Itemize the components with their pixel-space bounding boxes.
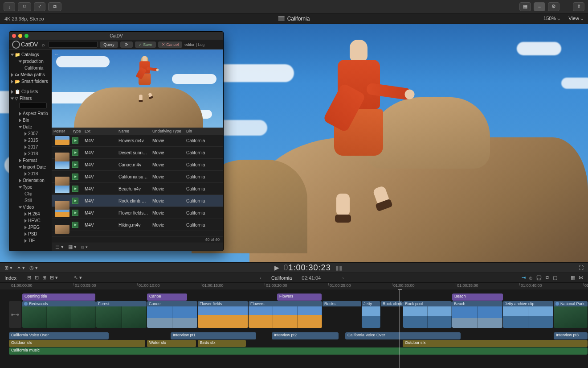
- video-clip[interactable]: Redwoods: [22, 301, 96, 328]
- search-icon[interactable]: ⌕: [40, 41, 46, 48]
- sidebar-type-clip[interactable]: Clip: [9, 190, 52, 197]
- audio-clip[interactable]: Outdoor sfx: [9, 340, 145, 347]
- sidebar-item-production[interactable]: production: [9, 58, 52, 65]
- sidebar-jpeg[interactable]: JPEG: [9, 224, 52, 231]
- pointer-tool[interactable]: ↖ ▾: [74, 275, 82, 281]
- sidebar-psd[interactable]: PSD: [9, 231, 52, 237]
- loop-button[interactable]: ▮▮: [335, 264, 343, 271]
- sidebar-filters[interactable]: ▽ Filters: [9, 95, 52, 102]
- list-layout-button[interactable]: ≡: [534, 2, 545, 11]
- query-button[interactable]: Query: [100, 41, 118, 48]
- video-clip[interactable]: Forest: [96, 301, 147, 328]
- timeline-ruler[interactable]: 01:00:00:0001:00:05:0001:00:10:0001:00:1…: [0, 282, 588, 289]
- range-tool[interactable]: ⊞: [42, 275, 46, 281]
- position-tool[interactable]: ⊡: [35, 275, 39, 281]
- inspector-button[interactable]: ⚙: [548, 2, 559, 11]
- next-edit-button[interactable]: ›: [342, 275, 344, 281]
- fullscreen-button[interactable]: ⛶: [579, 265, 584, 270]
- sidebar-type[interactable]: Type: [9, 184, 52, 190]
- video-clip[interactable]: Rocks: [323, 301, 361, 328]
- effects-button[interactable]: ✶ ▾: [17, 265, 25, 271]
- audio-clip[interactable]: Birds sfx: [198, 340, 246, 347]
- title-clip[interactable]: Beach: [452, 294, 503, 301]
- timeline-tracks[interactable]: Opening titleCanoeFlowersBeach ⇤⇥ Redwoo…: [0, 289, 588, 368]
- close-button[interactable]: [12, 34, 16, 38]
- sidebar-tif[interactable]: TIF: [9, 237, 52, 244]
- refresh-button[interactable]: ⟳: [120, 41, 133, 48]
- table-row[interactable]: ▶M4VRock climb.m4vMovieCalifornia: [52, 195, 223, 207]
- sidebar-item-california[interactable]: California: [9, 65, 52, 71]
- sidebar-media-paths[interactable]: 🗂 Media paths: [9, 71, 52, 78]
- browser-layout-button[interactable]: ▦: [519, 2, 531, 11]
- audio-clip[interactable]: California music: [9, 347, 588, 355]
- sidebar-year-2015[interactable]: 2015: [9, 137, 52, 144]
- audio-clip[interactable]: Interview pt2: [272, 332, 339, 339]
- audio-clip[interactable]: Interview pt3: [554, 332, 588, 339]
- sidebar-format[interactable]: Format: [9, 157, 52, 164]
- background-tasks-button[interactable]: ✓: [34, 2, 45, 11]
- cancel-button[interactable]: ✕ Cancel: [158, 41, 183, 48]
- table-row[interactable]: ▶M4VCanoe.m4vMovieCalifornia: [52, 159, 223, 171]
- video-clip[interactable]: Flowers: [249, 301, 322, 328]
- minimize-button[interactable]: [18, 34, 22, 38]
- video-clip[interactable]: Rock pool: [403, 301, 452, 328]
- retime-button[interactable]: ◷ ▾: [29, 265, 38, 271]
- effects-browser-button[interactable]: ▦: [571, 275, 575, 281]
- transitions-browser-button[interactable]: ⋈: [579, 275, 584, 281]
- video-clip[interactable]: Jetty: [362, 301, 380, 328]
- video-clip[interactable]: Beach: [452, 301, 502, 328]
- clip-appearance-button[interactable]: ⊞ ▾: [4, 265, 12, 271]
- grid-view-icon[interactable]: ▦ ▾: [68, 244, 77, 250]
- audio-clip[interactable]: Interview pt1: [171, 332, 256, 339]
- table-row[interactable]: ▶M4VHiking.m4vMovieCalifornia: [52, 219, 223, 231]
- prev-edit-button[interactable]: ‹: [260, 275, 261, 281]
- save-button[interactable]: ✓ Save: [135, 41, 156, 48]
- sidebar-year-2017[interactable]: 2017: [9, 144, 52, 150]
- list-view-icon[interactable]: ☰ ▾: [55, 244, 64, 250]
- solo-button[interactable]: 🎧: [536, 275, 542, 281]
- table-row[interactable]: ▶M4VFlowers.m4vMovieCalifornia: [52, 135, 223, 147]
- sidebar-smart-folders[interactable]: 📂 Smart folders: [9, 78, 52, 85]
- sidebar-h264[interactable]: H.264: [9, 211, 52, 217]
- sidebar-catalogs[interactable]: 📁 Catalogs: [9, 51, 52, 58]
- lane-button[interactable]: ▢: [553, 275, 557, 281]
- table-row[interactable]: ▶M4VFlower fields.m4vMovieCalifornia: [52, 207, 223, 219]
- sidebar-clip-lists[interactable]: 📋 Clip lists: [9, 88, 52, 95]
- table-row[interactable]: ▶M4VCalifornia sunset.m4vMovieCalifornia: [52, 171, 223, 183]
- magnetic-handle[interactable]: ⇤⇥: [9, 301, 21, 328]
- snapping-button[interactable]: ⧉: [546, 275, 549, 281]
- audio-skimming-button[interactable]: ⎋: [529, 275, 532, 281]
- video-clip[interactable]: Canoe: [147, 301, 197, 328]
- audio-clip[interactable]: Outdoor sfx: [403, 340, 588, 347]
- filter-input[interactable]: [19, 103, 47, 108]
- play-button[interactable]: ▶: [274, 264, 279, 271]
- extensions-button[interactable]: ⧉: [48, 2, 61, 11]
- skimming-button[interactable]: ⇥: [522, 275, 526, 281]
- sidebar-import-date[interactable]: Import Date: [9, 164, 52, 170]
- trim-tool[interactable]: ⊟: [27, 275, 31, 281]
- share-button[interactable]: ⇧: [573, 2, 584, 11]
- zoom-dropdown[interactable]: 150% ⌵: [543, 16, 560, 21]
- sidebar-type-still[interactable]: Still: [9, 197, 52, 204]
- keyword-button[interactable]: ⌑: [18, 2, 31, 11]
- table-row[interactable]: ▶M4VDesert sunrise.m4vMovieCalifornia: [52, 147, 223, 159]
- sidebar-orientation[interactable]: Orientation: [9, 177, 52, 184]
- blade-tool[interactable]: ⊟ ▾: [50, 275, 58, 281]
- back-icon[interactable]: ←: [54, 51, 59, 57]
- sidebar-year-2018[interactable]: 2018: [9, 150, 52, 157]
- zoom-button[interactable]: [24, 34, 29, 38]
- catdv-search-input[interactable]: [49, 41, 98, 48]
- audio-clip[interactable]: Water sfx: [147, 340, 196, 347]
- title-clip[interactable]: Opening title: [22, 294, 95, 301]
- audio-clip[interactable]: California Voice Over: [9, 332, 109, 339]
- sidebar-importdate-2018[interactable]: 2018: [9, 170, 52, 177]
- table-row[interactable]: ▶M4VBeach.m4vMovieCalifornia: [52, 183, 223, 195]
- import-button[interactable]: ↓: [4, 2, 15, 11]
- video-clip[interactable]: National Park: [554, 301, 588, 328]
- title-clip[interactable]: Flowers: [277, 294, 322, 301]
- video-clip[interactable]: Flower fields: [198, 301, 248, 328]
- audio-clip[interactable]: California Voice Over: [345, 332, 461, 339]
- view-dropdown[interactable]: View ⌵: [568, 16, 584, 21]
- playhead[interactable]: [400, 289, 400, 368]
- video-clip[interactable]: Jetty archive clip: [503, 301, 553, 328]
